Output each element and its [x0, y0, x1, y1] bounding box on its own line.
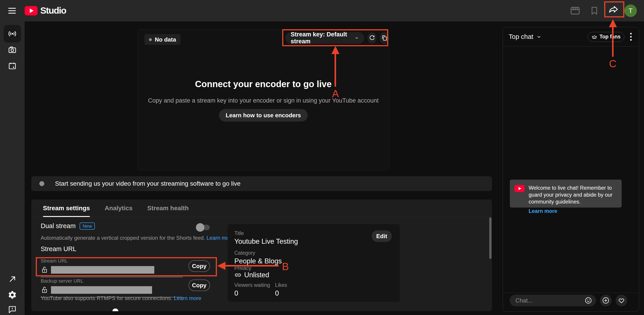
tab-label: Analytics	[105, 205, 132, 212]
youtube-play-icon	[24, 6, 38, 15]
cut-off-element	[112, 309, 118, 311]
status-text: Start sending us your video from your st…	[55, 180, 240, 187]
learn-encoders-button[interactable]: Learn how to use encoders	[219, 109, 308, 122]
redacted-stream-url-value[interactable]	[51, 266, 154, 274]
status-dot	[39, 181, 44, 186]
copy-backup-url-button[interactable]: Copy	[188, 280, 210, 291]
chat-menu-icon[interactable]	[629, 31, 633, 42]
rtmps-note: YouTube also supports RTMPS for secure c…	[41, 295, 201, 301]
tab-label: Stream settings	[43, 205, 90, 212]
youtube-studio-logo[interactable]: Studio	[24, 5, 66, 16]
dual-stream-description-text: Automatically generate a vertical croppe…	[41, 235, 205, 241]
share-icon[interactable]	[608, 4, 619, 15]
field-underline	[41, 277, 183, 277]
gear-icon	[8, 290, 17, 300]
stream-key-controls: Stream key: Default stream	[285, 32, 389, 44]
emoji-icon[interactable]	[584, 297, 592, 305]
stream-preview-card: No data Stream key: Default stream Conne…	[138, 29, 389, 170]
youtube-studio-live-dashboard: Studio T	[0, 0, 644, 315]
stream-details-card: Title Youtube Live Testing Edit Category…	[228, 224, 400, 302]
chevron-down-icon	[354, 35, 359, 41]
tab-analytics[interactable]: Analytics	[105, 200, 132, 217]
chat-input[interactable]	[510, 295, 596, 306]
title-label: Title	[234, 230, 244, 236]
account-avatar[interactable]: T	[624, 4, 637, 17]
scrollbar-thumb[interactable]	[489, 217, 492, 259]
sidebar-item-manage[interactable]	[4, 57, 21, 75]
title-value: Youtube Live Testing	[234, 238, 298, 246]
crown-icon	[592, 34, 597, 40]
no-data-label: No data	[155, 36, 176, 43]
rtmps-note-text: YouTube also supports RTMPS for secure c…	[41, 295, 172, 301]
tab-stream-settings[interactable]: Stream settings	[43, 200, 90, 217]
privacy-value: Unlisted	[244, 271, 269, 279]
tab-stream-health[interactable]: Stream health	[147, 200, 189, 217]
chevron-down-icon	[536, 34, 542, 40]
welcome-text: Welcome to live chat! Remember to guard …	[528, 185, 615, 205]
stream-url-field: Stream URL	[41, 258, 183, 277]
sidebar-item-webcam[interactable]	[4, 41, 21, 58]
encoder-empty-state: Connect your encoder to go live Copy and…	[138, 79, 389, 122]
refresh-stream-key-button[interactable]	[368, 32, 376, 44]
encoder-heading: Connect your encoder to go live	[138, 79, 389, 89]
chat-add-button[interactable]	[600, 295, 612, 306]
top-fans-button[interactable]: Top fans	[588, 32, 624, 42]
plus-circle-icon	[602, 297, 610, 305]
new-badge: New	[80, 223, 95, 230]
copy-icon	[381, 35, 388, 41]
chat-learn-more-link[interactable]: Learn more	[528, 208, 557, 214]
likes-label: Likes	[275, 282, 287, 288]
stream-key-dropdown[interactable]: Stream key: Default stream	[285, 32, 364, 44]
rtmps-learn-more-link[interactable]: Learn more	[174, 295, 201, 301]
avatar-initial: T	[628, 7, 632, 14]
viewers-waiting-label: Viewers waiting	[234, 282, 270, 288]
sidebar-item-feedback[interactable]	[4, 301, 21, 315]
refresh-icon	[369, 35, 376, 41]
redacted-backup-url-value[interactable]	[51, 286, 152, 294]
privacy-value-row: Unlisted	[234, 271, 269, 279]
likes-value: 0	[275, 289, 279, 297]
viewers-waiting-value: 0	[234, 289, 238, 297]
chat-mode-dropdown[interactable]: Top chat	[509, 33, 542, 40]
dual-stream-toggle[interactable]	[196, 223, 210, 232]
backup-url-field-label: Backup server URL	[41, 278, 183, 284]
brand-text: Studio	[40, 5, 66, 16]
external-link-icon	[8, 275, 17, 284]
chat-welcome-message: Welcome to live chat! Remember to guard …	[510, 180, 622, 208]
chat-heart-button[interactable]	[616, 295, 627, 306]
tabs-divider	[31, 217, 492, 217]
copy-stream-url-button[interactable]: Copy	[188, 260, 210, 272]
camera-icon	[8, 45, 17, 54]
chat-input-row	[510, 295, 627, 306]
edit-button[interactable]: Edit	[372, 230, 392, 242]
tab-label: Stream health	[147, 205, 189, 212]
stream-url-section-title: Stream URL	[41, 245, 76, 253]
sidebar-item-live[interactable]	[4, 25, 21, 42]
no-data-badge: No data	[144, 34, 180, 45]
bookmark-icon[interactable]	[589, 5, 600, 16]
youtube-play-icon	[514, 185, 524, 192]
sidebar-item-open-studio[interactable]	[4, 271, 21, 288]
copy-stream-key-button[interactable]	[380, 32, 389, 44]
encoder-subtext: Copy and paste a stream key into your en…	[138, 97, 389, 104]
stream-url-field-label: Stream URL	[41, 258, 183, 264]
chat-mode-label: Top chat	[509, 33, 533, 40]
category-label: Category	[234, 250, 255, 256]
menu-icon[interactable]	[7, 5, 18, 16]
top-fans-label: Top fans	[600, 34, 620, 40]
category-value: People & Blogs	[234, 257, 282, 265]
chat-header: Top chat Top fans	[503, 27, 639, 46]
heart-icon	[618, 297, 625, 304]
left-sidebar	[0, 21, 24, 315]
settings-tabs: Stream settings Analytics Stream health	[43, 200, 189, 217]
feedback-icon	[8, 305, 17, 314]
chat-text-field[interactable]	[515, 297, 584, 304]
create-video-icon[interactable]	[570, 5, 580, 16]
stream-key-label: Stream key: Default stream	[291, 31, 351, 45]
dual-stream-label: Dual stream	[41, 222, 76, 230]
link-icon	[234, 272, 242, 279]
unlock-icon	[41, 266, 48, 274]
broadcast-icon	[8, 29, 17, 38]
top-bar: Studio T	[0, 0, 644, 21]
dual-stream-row: Dual stream New	[41, 222, 95, 230]
